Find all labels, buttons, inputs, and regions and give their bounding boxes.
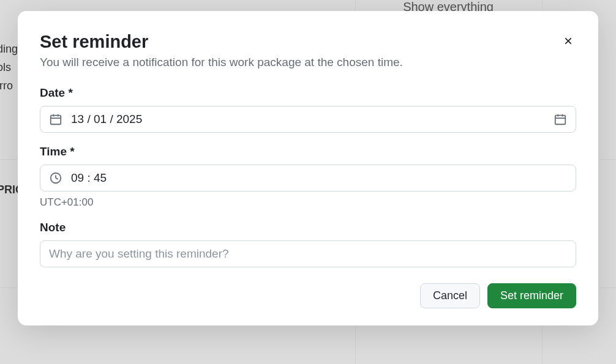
date-input[interactable] <box>71 113 545 126</box>
close-icon <box>563 35 574 46</box>
set-reminder-button[interactable]: Set reminder <box>487 283 576 308</box>
svg-rect-4 <box>555 116 566 125</box>
date-label: Date * <box>40 86 576 100</box>
note-input[interactable] <box>49 247 567 261</box>
timezone-text: UTC+01:00 <box>40 196 576 209</box>
clock-icon <box>49 171 62 185</box>
calendar-icon <box>49 113 62 126</box>
note-input-wrapper[interactable] <box>40 240 576 267</box>
cancel-button[interactable]: Cancel <box>420 283 480 308</box>
time-field-group: Time * UTC+01:00 <box>40 145 576 209</box>
modal-title: Set reminder <box>40 32 403 52</box>
svg-line-10 <box>56 178 58 179</box>
note-label: Note <box>40 221 576 234</box>
calendar-picker-icon[interactable] <box>554 113 567 126</box>
modal-footer: Cancel Set reminder <box>40 283 576 308</box>
modal-subtitle: You will receive a notification for this… <box>40 56 403 69</box>
modal-overlay: Set reminder You will receive a notifica… <box>0 0 616 364</box>
time-input-wrapper[interactable] <box>40 165 576 191</box>
svg-rect-0 <box>51 116 61 125</box>
date-input-wrapper[interactable] <box>40 106 576 133</box>
time-label: Time * <box>40 145 576 158</box>
modal-heading-group: Set reminder You will receive a notifica… <box>40 32 403 86</box>
time-input[interactable] <box>71 171 567 185</box>
date-field-group: Date * <box>40 86 576 133</box>
modal-header: Set reminder You will receive a notifica… <box>40 32 576 86</box>
set-reminder-modal: Set reminder You will receive a notifica… <box>18 11 598 325</box>
close-button[interactable] <box>560 33 576 51</box>
note-field-group: Note <box>40 221 576 267</box>
